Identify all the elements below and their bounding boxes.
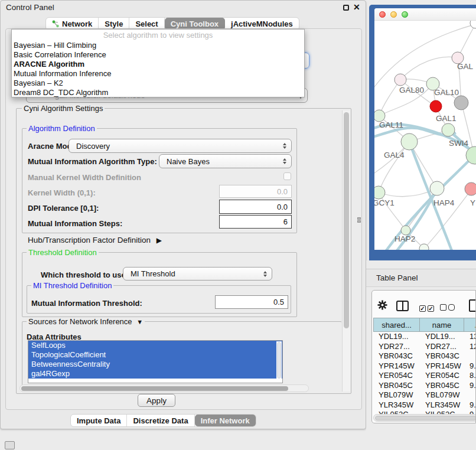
svg-text:GAL1: GAL1: [436, 114, 457, 123]
node-table: shared... name A YDL19...YDL19...13 YDR2…: [373, 318, 476, 420]
tab-discretize-data[interactable]: Discretize Data: [127, 415, 194, 426]
aracne-mode-combobox[interactable]: Discovery: [69, 139, 292, 153]
network-nodes: [374, 21, 476, 250]
apply-button[interactable]: Apply: [138, 394, 175, 407]
cyni-mode-tabs: Impute Data Discretize Data Infer Networ…: [70, 414, 256, 427]
table-panel-window: ✓✓ shared... name A YDL19...YDL19...13 Y…: [371, 290, 476, 423]
attribute-item-selected[interactable]: SelfLoops: [28, 341, 282, 350]
svg-text:GAL11: GAL11: [379, 120, 403, 129]
svg-text:SWI4: SWI4: [449, 139, 468, 148]
svg-text:GAL80: GAL80: [399, 86, 424, 94]
threshold-definition-title: Threshold Definition: [27, 248, 99, 257]
algorithm-dropdown-popup: Select algorithm to view settings Bayesi…: [11, 29, 305, 97]
table-row[interactable]: YBR045CYBR045C9.: [373, 381, 476, 391]
table-row[interactable]: YBR043CYBR043C: [373, 351, 476, 361]
close-traffic-light[interactable]: [379, 11, 386, 18]
algorithm-option[interactable]: Bayesian – Hill Climbing: [12, 41, 304, 50]
attribute-item-selected[interactable]: gal4RGexp: [28, 369, 282, 379]
zoom-traffic-light[interactable]: [402, 11, 408, 18]
table-row[interactable]: YDL19...YDL19...13: [373, 332, 476, 342]
table-horizontal-scrollbar[interactable]: [373, 414, 476, 422]
svg-text:HAP2: HAP2: [395, 234, 415, 243]
network-icon: [52, 20, 60, 28]
which-threshold-label: Which threshold to use:: [41, 270, 128, 279]
algorithm-option[interactable]: Bayesian – K2: [12, 79, 304, 88]
sources-group-title[interactable]: Sources for Network Inference ▼: [27, 317, 145, 326]
svg-text:GAL: GAL: [457, 62, 474, 71]
dpi-tolerance-field[interactable]: 0.0: [219, 200, 292, 214]
algorithm-option-selected[interactable]: ARACNE Algorithm: [12, 60, 304, 69]
node-gcy1[interactable]: [374, 186, 385, 199]
minimize-traffic-light[interactable]: [390, 11, 397, 18]
svg-text:GCY1: GCY1: [374, 198, 395, 207]
kernel-width-label: Kernel Width (0,1):: [28, 188, 96, 197]
collapsed-panel-icon[interactable]: [5, 441, 15, 449]
attribute-item-selected[interactable]: TopologicalCoefficient: [28, 350, 282, 360]
control-panel-title: Control Panel: [6, 3, 54, 12]
float-window-icon[interactable]: [343, 5, 349, 11]
node-gray[interactable]: [454, 96, 468, 110]
svg-text:GAL10: GAL10: [434, 88, 459, 97]
node-selected-red[interactable]: [430, 100, 442, 112]
tab-infer-network[interactable]: Infer Network: [195, 415, 256, 426]
control-panel-window: Control Panel ✕ Network Style Select Cyn…: [0, 0, 366, 429]
mi-threshold-label: Mutual Information Threshold:: [31, 299, 142, 308]
column-header-name[interactable]: name: [420, 318, 464, 332]
algorithm-placeholder: Select algorithm to view settings: [12, 30, 304, 41]
combo-spinner-icon: [281, 143, 288, 149]
attribute-item-selected[interactable]: BetweennessCentrality: [28, 360, 282, 369]
algorithm-option[interactable]: Dream8 DC_TDC Algorithm: [12, 88, 304, 97]
network-canvas[interactable]: GAL GAL80 GAL10 GAL11 GAL1 GAL4 SWI4 GCY…: [374, 21, 476, 250]
screen-root: { "window": { "title": "Control Panel" }…: [0, 0, 476, 450]
svg-text:HAP4: HAP4: [433, 198, 455, 207]
settings-horizontal-scrollbar[interactable]: [19, 384, 309, 392]
algorithm-option[interactable]: Mutual Information Inference: [12, 69, 304, 79]
kernel-width-field[interactable]: 0.0: [219, 185, 292, 198]
dpi-tolerance-label: DPI Tolerance [0,1]:: [28, 204, 99, 213]
hub-definition-expander[interactable]: Hub/Transcription Factor Definition ▶: [28, 236, 162, 244]
table-function-icon[interactable]: [469, 299, 476, 312]
mi-steps-label: Mutual Information Steps:: [28, 219, 122, 228]
algorithm-option[interactable]: Basic Correlation Inference: [12, 50, 304, 60]
svg-text:Y: Y: [470, 198, 475, 207]
svg-text:GAL4: GAL4: [384, 151, 405, 159]
network-window-titlebar[interactable]: [374, 8, 476, 21]
table-row[interactable]: YPR145WYPR145W9.: [373, 361, 476, 371]
mi-steps-field[interactable]: 6: [219, 215, 292, 229]
table-row[interactable]: YER054CYER054C8.: [373, 371, 476, 381]
mi-threshold-title: MI Threshold Definition: [31, 281, 113, 290]
column-header-shared-name[interactable]: shared...: [373, 318, 420, 332]
node-salmon[interactable]: [465, 182, 476, 195]
node-hap4[interactable]: [430, 181, 444, 195]
which-threshold-combobox[interactable]: MI Threshold: [123, 267, 272, 281]
close-icon[interactable]: ✕: [353, 2, 360, 12]
node-gal80[interactable]: [395, 74, 406, 86]
split-panel-icon[interactable]: [396, 301, 409, 311]
mi-algorithm-type-combobox[interactable]: Naive Bayes: [159, 154, 292, 168]
node-gal1[interactable]: [442, 123, 455, 136]
attributes-scrollbar[interactable]: [276, 341, 282, 383]
panel-divider-grip[interactable]: [357, 217, 362, 224]
table-panel-titlebar: Table Panel: [366, 269, 476, 287]
combo-spinner-icon: [261, 271, 269, 277]
algorithm-definition-title: Algorithm Definition: [27, 124, 97, 133]
deselect-all-checks-icon[interactable]: [440, 302, 455, 313]
settings-vertical-scrollbar[interactable]: [342, 110, 350, 392]
gear-icon[interactable]: [377, 300, 387, 310]
node-gal11[interactable]: [374, 110, 385, 122]
table-row[interactable]: YDR27...YDR27...12: [373, 342, 476, 352]
manual-kernel-width-checkbox[interactable]: [283, 172, 291, 180]
column-header-partial[interactable]: A: [464, 318, 476, 332]
combo-spinner-icon: [281, 158, 288, 164]
select-all-checks-icon[interactable]: ✓✓: [419, 302, 434, 313]
table-header-row: shared... name A: [373, 318, 476, 332]
table-panel-title: Table Panel: [376, 273, 418, 282]
mi-threshold-field[interactable]: 0.5: [215, 295, 288, 309]
node-gal4[interactable]: [401, 133, 418, 150]
expander-right-arrow-icon: ▶: [157, 236, 162, 244]
table-row[interactable]: YLR345WYLR345W9.: [373, 400, 476, 410]
node-partial-top[interactable]: [470, 21, 476, 28]
node-hap2[interactable]: [401, 226, 410, 235]
tab-impute-data[interactable]: Impute Data: [71, 415, 127, 426]
table-row[interactable]: YBL079WYBL079W: [373, 390, 476, 400]
